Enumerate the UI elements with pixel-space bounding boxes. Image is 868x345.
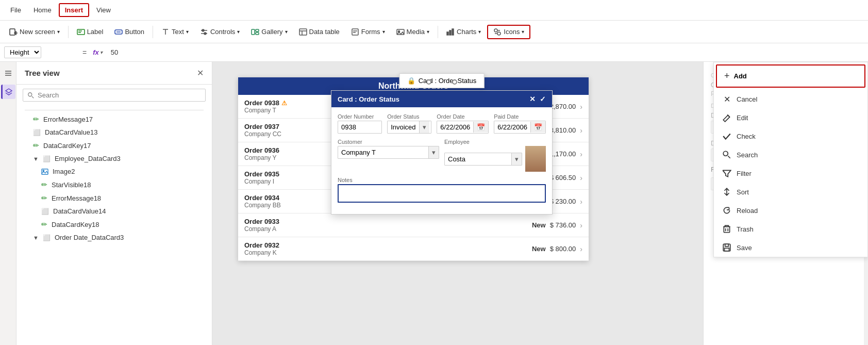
- forms-button[interactable]: Forms ▾: [346, 26, 390, 38]
- svg-point-28: [494, 29, 497, 32]
- icons-button[interactable]: Icons ▾: [487, 25, 530, 39]
- layers-icon-btn[interactable]: [1, 85, 15, 99]
- sidebar-item-image2[interactable]: Image2: [16, 165, 212, 178]
- paid-date-calendar-icon[interactable]: 📅: [530, 122, 545, 133]
- media-chevron-icon: ▾: [427, 29, 429, 35]
- menu-bar: File Home Insert View: [0, 0, 868, 21]
- button-button[interactable]: Button: [109, 26, 149, 38]
- fx-chevron-icon: ▾: [100, 50, 103, 55]
- icon-menu-edit[interactable]: Edit: [714, 108, 867, 127]
- search-icon: [27, 92, 35, 99]
- add-plus-icon: +: [724, 71, 730, 81]
- table-row[interactable]: Order 0933 Company A New $ 736.00 ›: [238, 213, 589, 237]
- property-select[interactable]: Height: [4, 46, 41, 58]
- media-icon: [396, 28, 405, 36]
- media-button[interactable]: Media ▾: [391, 26, 435, 38]
- order-status-arrow-icon: ▾: [419, 121, 429, 133]
- toolbar: New screen ▾ Label Button Text ▾ Control…: [0, 21, 868, 43]
- icons-add-button[interactable]: + Add: [717, 65, 864, 87]
- text-button[interactable]: Text ▾: [156, 26, 194, 38]
- menu-home[interactable]: Home: [28, 4, 57, 16]
- search-menu-icon: [722, 150, 731, 159]
- notes-textarea[interactable]: [338, 184, 546, 203]
- icon-menu-save[interactable]: Save: [714, 238, 867, 257]
- edit-icon-5: ✏: [41, 220, 47, 228]
- svg-rect-17: [299, 29, 307, 35]
- menu-file[interactable]: File: [5, 4, 26, 16]
- card-check-icon[interactable]: ✓: [540, 95, 546, 103]
- sidebar-item-errormessage17[interactable]: ✏ ErrorMessage17: [16, 112, 212, 126]
- controls-button[interactable]: Controls ▾: [195, 26, 245, 38]
- label-button[interactable]: Label: [72, 26, 109, 38]
- icon-menu-search[interactable]: Search: [714, 145, 867, 164]
- icon-menu-reload[interactable]: Reload: [714, 201, 867, 220]
- formula-fx-button[interactable]: fx ▾: [93, 48, 103, 56]
- formula-bar: Height = fx ▾: [0, 43, 868, 62]
- order-date-input[interactable]: 6/22/2006 📅: [437, 121, 489, 134]
- new-screen-button[interactable]: New screen ▾: [4, 26, 65, 38]
- gallery-icon: [251, 28, 259, 36]
- icon-menu-filter[interactable]: Filter: [714, 164, 867, 183]
- employee-select[interactable]: Costa ▾: [444, 153, 522, 166]
- layers-icon: [5, 88, 13, 96]
- hamburger-icon: [4, 69, 12, 77]
- sidebar-item-employee-datacard3[interactable]: ▼ ⬜ Employee_DataCard3: [16, 152, 212, 165]
- sidebar-item-datacardkey18[interactable]: ✏ DataCardKey18: [16, 218, 212, 231]
- svg-point-40: [723, 151, 728, 156]
- svg-point-38: [43, 170, 44, 171]
- icons-chevron-icon: ▾: [522, 29, 524, 35]
- svg-rect-0: [10, 29, 15, 35]
- icon-menu-trash[interactable]: Trash: [714, 220, 867, 238]
- cancel-icon: ✕: [722, 94, 731, 104]
- icons-icon: [493, 28, 502, 36]
- order-number-input[interactable]: 0938: [338, 121, 382, 134]
- separator-3: [438, 26, 438, 38]
- sidebar-close-icon[interactable]: ✕: [197, 68, 204, 78]
- gallery-chevron-icon: ▾: [285, 29, 288, 35]
- icon-menu-sort[interactable]: Sort: [714, 183, 867, 201]
- formula-property: Height: [4, 46, 76, 58]
- order-date-calendar-icon[interactable]: 📅: [473, 122, 488, 133]
- customer-select[interactable]: Company T ▾: [338, 146, 439, 159]
- svg-line-41: [728, 156, 730, 158]
- sort-icon: [722, 187, 731, 196]
- charts-button[interactable]: Charts ▾: [441, 26, 486, 38]
- order-status-select[interactable]: Invoiced ▾: [387, 121, 431, 134]
- warning-icon: ⚠: [281, 100, 287, 107]
- sidebar-item-starvisible18[interactable]: ✏ StarVisible18: [16, 178, 212, 191]
- sidebar-header-left: Tree view: [25, 69, 60, 77]
- svg-point-29: [497, 32, 500, 35]
- sidebar-search-input[interactable]: [38, 91, 201, 99]
- card-icon-4: ⬜: [43, 234, 51, 241]
- hamburger-icon-btn[interactable]: [1, 66, 15, 80]
- row-left: Order 0938 ⚠ Company T: [244, 99, 287, 114]
- paid-date-input[interactable]: 6/22/2006 📅: [494, 121, 546, 134]
- svg-rect-20: [352, 29, 358, 35]
- card-header: Card : Order Status ✕ ✓: [331, 91, 552, 107]
- sidebar: Tree view ✕ ✏ ErrorMessage17 ⬜ DataCardV…: [16, 62, 212, 345]
- sidebar-item-datacardkey17[interactable]: ✏ DataCardKey17: [16, 139, 212, 152]
- svg-point-13: [204, 32, 206, 35]
- sidebar-item-datacardvalue14[interactable]: ⬜ DataCardValue14: [16, 205, 212, 218]
- add-label: Add: [734, 72, 747, 80]
- label-icon: [77, 28, 85, 36]
- card-row-2: Customer Company T ▾ Employee Costa ▾: [338, 139, 546, 172]
- sidebar-item-datacardvalue13[interactable]: ⬜ DataCardValue13: [16, 126, 212, 139]
- customer-arrow-icon: ▾: [428, 146, 439, 158]
- edit-icon-3: ✏: [41, 180, 47, 189]
- data-table-button[interactable]: Data table: [294, 26, 345, 38]
- gallery-button[interactable]: Gallery ▾: [246, 26, 292, 38]
- sidebar-item-orderdate-datacard3[interactable]: ▼ ⬜ Order Date_DataCard3: [16, 231, 212, 244]
- menu-insert[interactable]: Insert: [59, 3, 89, 17]
- icon-menu-cancel[interactable]: ✕ Cancel: [714, 90, 867, 108]
- separator-1: [68, 26, 69, 38]
- formula-value-input[interactable]: [107, 47, 864, 57]
- table-row[interactable]: Order 0932 Company K New $ 800.00 ›: [238, 237, 589, 261]
- separator-2: [153, 26, 153, 38]
- new-screen-icon: [9, 28, 18, 36]
- menu-view[interactable]: View: [91, 4, 116, 16]
- card-close-icon[interactable]: ✕: [529, 95, 536, 103]
- edit-icon-2: ✏: [33, 141, 39, 150]
- icon-menu-check[interactable]: Check: [714, 127, 867, 145]
- sidebar-item-errormessage18[interactable]: ✏ ErrorMessage18: [16, 191, 212, 205]
